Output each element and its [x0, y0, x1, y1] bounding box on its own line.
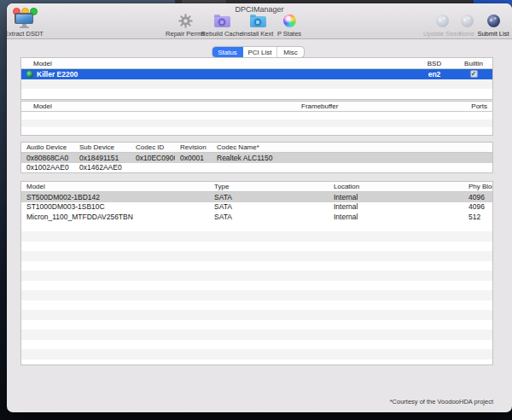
sub-device: 0x18491151: [74, 153, 131, 163]
disk-type: SATA: [209, 212, 329, 222]
disk-type: SATA: [209, 202, 329, 213]
empty-row: [21, 127, 492, 135]
disk-model: ST500DM002-1BD142: [21, 192, 209, 202]
titlebar-toolbar: DPCIManager Extract DSDT: [7, 3, 512, 39]
column-header-type: Type: [209, 182, 329, 191]
column-header-framebuffer: Framebuffer: [296, 102, 453, 111]
toolbar-submit-list-button[interactable]: Submit List: [466, 13, 512, 38]
network-table: Model BSD Builtin Killer E2200 en2 ✓: [20, 57, 493, 100]
dark-globe-icon: [487, 13, 500, 28]
purple-folder-icon: [214, 13, 230, 28]
column-header-codec-name: Codec Name*: [212, 143, 492, 152]
toolbar-label: Submit List: [477, 30, 509, 38]
column-header-location: Location: [329, 182, 463, 191]
disk-table-header: Model Type Location Phy Block: [21, 182, 492, 192]
green-status-dot-icon: [26, 71, 33, 78]
disk-location: Internal: [329, 192, 463, 202]
builtin-checkbox[interactable]: ✓: [470, 70, 478, 78]
column-header-codec-id: Codec ID: [131, 143, 175, 152]
tab-pci-list[interactable]: PCI List: [243, 47, 277, 57]
view-segmented-control: Status PCI List Misc: [212, 46, 305, 58]
column-header-audio-device: Audio Device: [21, 143, 74, 152]
audio-device: 0x80868CA0: [21, 153, 74, 163]
empty-row: [21, 79, 492, 90]
disk-location: Internal: [329, 212, 463, 222]
column-header-model: Model: [21, 182, 209, 191]
empty-rows-stripes: [21, 222, 492, 365]
column-header-ports: Ports: [453, 102, 492, 111]
revision: 0x0001: [175, 153, 212, 163]
network-table-header: Model BSD Builtin: [21, 58, 492, 69]
column-header-builtin: Builtin: [455, 58, 492, 68]
disk-table: Model Type Location Phy Block ST500DM002…: [20, 181, 493, 365]
sub-device: 0x1462AAE0: [74, 163, 131, 173]
codec-id: [131, 163, 175, 173]
audio-row[interactable]: 0x1002AAE0 0x1462AAE0: [21, 163, 492, 173]
codec-name: [212, 163, 492, 173]
disk-location: Internal: [329, 202, 463, 213]
empty-row: [21, 120, 492, 127]
empty-row: [21, 112, 492, 120]
codec-name: Realtek ALC1150: [212, 153, 492, 163]
disk-phy-block: 512: [463, 212, 492, 222]
codec-id: 0x10EC0900: [131, 153, 175, 163]
network-model: Killer E2200: [37, 70, 78, 79]
disk-row[interactable]: ST1000DM003-1SB10C SATA Internal 4096: [21, 202, 492, 213]
revision: [175, 163, 212, 173]
column-header-revision: Revision: [175, 143, 212, 152]
disk-phy-block: 4096: [463, 192, 492, 202]
toolbar-p-states-button[interactable]: P States: [262, 13, 317, 38]
disk-phy-block: 4096: [463, 202, 492, 213]
tab-misc[interactable]: Misc: [277, 47, 304, 57]
graphics-table: Model Framebuffer Ports: [20, 101, 493, 136]
graphics-table-header: Model Framebuffer Ports: [21, 102, 492, 112]
dpcimanager-window: DPCIManager Extract DSDT: [7, 3, 512, 412]
empty-row: [21, 89, 492, 99]
tab-status[interactable]: Status: [212, 47, 243, 57]
audio-row[interactable]: 0x80868CA0 0x18491151 0x10EC0900 0x0001 …: [21, 153, 492, 163]
column-header-sub-device: Sub Device: [74, 143, 131, 152]
column-header-model: Model: [21, 58, 414, 68]
column-header-bsd: BSD: [414, 58, 455, 68]
column-header-model: Model: [21, 102, 296, 111]
disk-model: Micron_1100_MTFDDAV256TBN: [21, 212, 209, 222]
disk-type: SATA: [209, 192, 329, 202]
audio-device: 0x1002AAE0: [21, 163, 74, 173]
toolbar-label: Extract DSDT: [7, 30, 44, 38]
footer-credit-text: *Courtesy of the VoodooHDA project: [390, 398, 493, 405]
network-row-selected[interactable]: Killer E2200 en2 ✓: [21, 69, 492, 79]
audio-table-header: Audio Device Sub Device Codec ID Revisio…: [21, 143, 492, 153]
toolbar-label: P States: [277, 30, 301, 38]
disk-model: ST1000DM003-1SB10C: [21, 202, 209, 213]
display-icon: [15, 13, 33, 28]
network-bsd: en2: [414, 69, 455, 79]
audio-table: Audio Device Sub Device Codec ID Revisio…: [20, 142, 493, 173]
disk-row[interactable]: Micron_1100_MTFDDAV256TBN SATA Internal …: [21, 212, 492, 222]
column-header-phy-block: Phy Block: [463, 182, 492, 191]
color-sphere-icon: [283, 13, 296, 28]
toolbar-extract-dsdt-button[interactable]: Extract DSDT: [7, 13, 51, 38]
disk-row[interactable]: ST500DM002-1BD142 SATA Internal 4096: [21, 192, 492, 202]
gear-icon: [178, 13, 193, 28]
